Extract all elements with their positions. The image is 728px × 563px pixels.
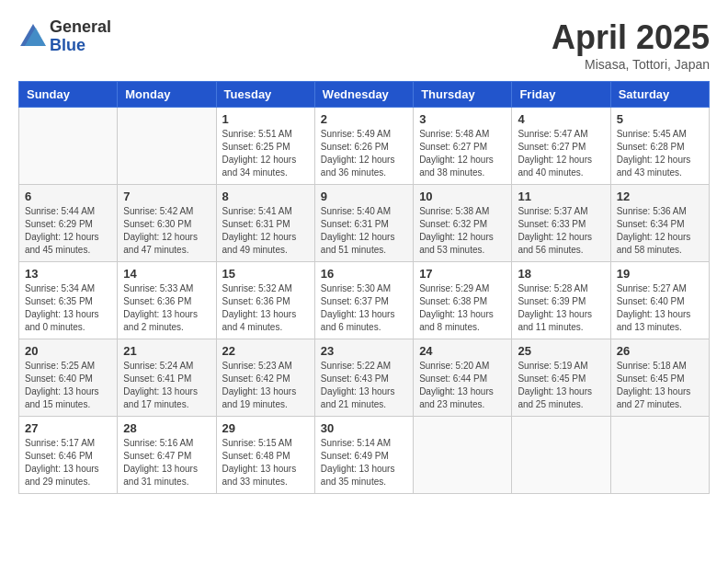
day-detail: Sunrise: 5:34 AMSunset: 6:35 PMDaylight:… [25,282,111,334]
calendar-cell: 3 Sunrise: 5:48 AMSunset: 6:27 PMDayligh… [414,108,512,185]
day-number: 29 [222,421,309,435]
calendar-cell: 8 Sunrise: 5:41 AMSunset: 6:31 PMDayligh… [216,185,314,262]
weekday-header-friday: Friday [512,82,610,108]
calendar-cell: 30 Sunrise: 5:14 AMSunset: 6:49 PMDaylig… [314,417,413,494]
day-number: 3 [419,112,506,126]
weekday-header-saturday: Saturday [610,82,709,108]
calendar-cell: 5 Sunrise: 5:45 AMSunset: 6:28 PMDayligh… [610,108,709,185]
calendar-cell [414,417,512,494]
day-number: 26 [617,344,703,358]
calendar-week-row: 27 Sunrise: 5:17 AMSunset: 6:46 PMDaylig… [19,417,710,494]
day-detail: Sunrise: 5:15 AMSunset: 6:48 PMDaylight:… [222,437,309,488]
calendar-cell: 26 Sunrise: 5:18 AMSunset: 6:45 PMDaylig… [610,339,709,417]
calendar-cell [610,417,709,494]
day-detail: Sunrise: 5:44 AMSunset: 6:29 PMDaylight:… [25,205,111,257]
day-detail: Sunrise: 5:14 AMSunset: 6:49 PMDaylight:… [321,437,407,488]
calendar-week-row: 6 Sunrise: 5:44 AMSunset: 6:29 PMDayligh… [19,185,710,262]
day-detail: Sunrise: 5:42 AMSunset: 6:30 PMDaylight:… [123,205,210,257]
weekday-header-row: SundayMondayTuesdayWednesdayThursdayFrid… [19,82,710,108]
calendar-cell: 17 Sunrise: 5:29 AMSunset: 6:38 PMDaylig… [414,262,512,339]
day-detail: Sunrise: 5:23 AMSunset: 6:42 PMDaylight:… [222,360,309,411]
calendar-cell: 24 Sunrise: 5:20 AMSunset: 6:44 PMDaylig… [414,339,512,417]
logo-icon [20,24,46,46]
day-number: 12 [617,190,703,203]
day-number: 11 [518,190,604,203]
day-detail: Sunrise: 5:25 AMSunset: 6:40 PMDaylight:… [25,360,111,411]
calendar-cell: 16 Sunrise: 5:30 AMSunset: 6:37 PMDaylig… [314,262,413,339]
calendar-cell: 2 Sunrise: 5:49 AMSunset: 6:26 PMDayligh… [314,108,413,185]
logo: General Blue [18,18,111,55]
calendar-cell: 15 Sunrise: 5:32 AMSunset: 6:36 PMDaylig… [216,262,314,339]
weekday-header-sunday: Sunday [19,82,118,108]
page-header: General Blue April 2025 Misasa, Tottori,… [18,18,710,72]
calendar-cell: 6 Sunrise: 5:44 AMSunset: 6:29 PMDayligh… [19,185,118,262]
calendar-cell [19,108,118,185]
calendar-cell: 7 Sunrise: 5:42 AMSunset: 6:30 PMDayligh… [118,185,216,262]
calendar-cell: 21 Sunrise: 5:24 AMSunset: 6:41 PMDaylig… [118,339,216,417]
day-number: 1 [222,112,309,126]
calendar-cell: 19 Sunrise: 5:27 AMSunset: 6:40 PMDaylig… [610,262,709,339]
day-number: 15 [222,267,309,281]
day-detail: Sunrise: 5:48 AMSunset: 6:27 PMDaylight:… [419,128,506,179]
calendar-cell: 23 Sunrise: 5:22 AMSunset: 6:43 PMDaylig… [314,339,413,417]
calendar-cell: 11 Sunrise: 5:37 AMSunset: 6:33 PMDaylig… [512,185,610,262]
day-number: 8 [222,190,309,203]
location: Misasa, Tottori, Japan [552,57,710,72]
calendar-cell: 10 Sunrise: 5:38 AMSunset: 6:32 PMDaylig… [414,185,512,262]
calendar-cell: 28 Sunrise: 5:16 AMSunset: 6:47 PMDaylig… [118,417,216,494]
calendar-week-row: 13 Sunrise: 5:34 AMSunset: 6:35 PMDaylig… [19,262,710,339]
day-number: 23 [321,344,407,358]
calendar-cell: 9 Sunrise: 5:40 AMSunset: 6:31 PMDayligh… [314,185,413,262]
day-number: 25 [518,344,604,358]
day-detail: Sunrise: 5:27 AMSunset: 6:40 PMDaylight:… [617,282,703,334]
day-detail: Sunrise: 5:37 AMSunset: 6:33 PMDaylight:… [518,205,604,257]
day-number: 9 [321,190,407,203]
day-number: 21 [123,344,210,358]
day-detail: Sunrise: 5:49 AMSunset: 6:26 PMDaylight:… [321,128,407,179]
day-detail: Sunrise: 5:40 AMSunset: 6:31 PMDaylight:… [321,205,407,257]
weekday-header-thursday: Thursday [414,82,512,108]
day-detail: Sunrise: 5:38 AMSunset: 6:32 PMDaylight:… [419,205,506,257]
calendar-cell: 13 Sunrise: 5:34 AMSunset: 6:35 PMDaylig… [19,262,118,339]
day-detail: Sunrise: 5:20 AMSunset: 6:44 PMDaylight:… [419,360,506,411]
day-detail: Sunrise: 5:24 AMSunset: 6:41 PMDaylight:… [123,360,210,411]
day-detail: Sunrise: 5:19 AMSunset: 6:45 PMDaylight:… [518,360,604,411]
day-detail: Sunrise: 5:47 AMSunset: 6:27 PMDaylight:… [518,128,604,179]
day-detail: Sunrise: 5:17 AMSunset: 6:46 PMDaylight:… [25,437,111,488]
day-detail: Sunrise: 5:45 AMSunset: 6:28 PMDaylight:… [617,128,703,179]
calendar-cell: 18 Sunrise: 5:28 AMSunset: 6:39 PMDaylig… [512,262,610,339]
day-detail: Sunrise: 5:16 AMSunset: 6:47 PMDaylight:… [123,437,210,488]
calendar-cell [512,417,610,494]
calendar-cell: 14 Sunrise: 5:33 AMSunset: 6:36 PMDaylig… [118,262,216,339]
day-number: 16 [321,267,407,281]
day-number: 27 [25,421,111,435]
calendar-table: SundayMondayTuesdayWednesdayThursdayFrid… [18,81,710,494]
title-block: April 2025 Misasa, Tottori, Japan [552,18,710,72]
weekday-header-tuesday: Tuesday [216,82,314,108]
day-detail: Sunrise: 5:51 AMSunset: 6:25 PMDaylight:… [222,128,309,179]
calendar-week-row: 20 Sunrise: 5:25 AMSunset: 6:40 PMDaylig… [19,339,710,417]
day-number: 7 [123,190,210,203]
day-detail: Sunrise: 5:36 AMSunset: 6:34 PMDaylight:… [617,205,703,257]
day-number: 30 [321,421,407,435]
calendar-week-row: 1 Sunrise: 5:51 AMSunset: 6:25 PMDayligh… [19,108,710,185]
day-number: 19 [617,267,703,281]
logo-blue-text: Blue [50,36,85,54]
weekday-header-wednesday: Wednesday [314,82,413,108]
day-number: 5 [617,112,703,126]
month-title: April 2025 [552,18,710,57]
calendar-cell [118,108,216,185]
weekday-header-monday: Monday [118,82,216,108]
logo-general-text: General [50,17,111,36]
day-detail: Sunrise: 5:18 AMSunset: 6:45 PMDaylight:… [617,360,703,411]
day-number: 10 [419,190,506,203]
day-detail: Sunrise: 5:30 AMSunset: 6:37 PMDaylight:… [321,282,407,334]
day-detail: Sunrise: 5:33 AMSunset: 6:36 PMDaylight:… [123,282,210,334]
calendar-cell: 1 Sunrise: 5:51 AMSunset: 6:25 PMDayligh… [216,108,314,185]
calendar-cell: 12 Sunrise: 5:36 AMSunset: 6:34 PMDaylig… [610,185,709,262]
day-detail: Sunrise: 5:28 AMSunset: 6:39 PMDaylight:… [518,282,604,334]
day-number: 2 [321,112,407,126]
day-number: 24 [419,344,506,358]
calendar-cell: 4 Sunrise: 5:47 AMSunset: 6:27 PMDayligh… [512,108,610,185]
calendar-cell: 20 Sunrise: 5:25 AMSunset: 6:40 PMDaylig… [19,339,118,417]
